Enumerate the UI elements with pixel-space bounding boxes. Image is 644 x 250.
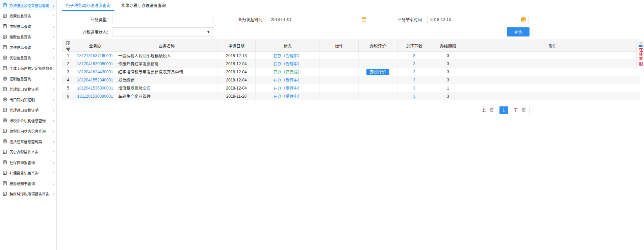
tax-arrears-icon (3, 45, 8, 49)
chevron-right-icon: › (52, 45, 54, 50)
sidebar-item-16[interactable]: 社保费申报查询 › (0, 157, 56, 168)
column-header: 办结期限 (431, 40, 465, 52)
progress-status-label: 办税进度状态： (57, 29, 112, 35)
total-steps-link[interactable]: 3 (397, 60, 431, 68)
sidebar-item-1[interactable]: 办税进度及结果信息查询 › (0, 0, 56, 10)
status-cell: 已办（已完成） (256, 68, 320, 76)
prev-page-button[interactable]: 上一页 (478, 106, 497, 114)
table-row: 51812041536300001增值税发票验交旧2018-12-04在办（受理… (62, 84, 640, 92)
remark-cell (465, 52, 640, 60)
sidebar-item-11[interactable]: 代理进口货物证明 › (0, 105, 56, 115)
sidebar-item-label: 纳税信用状态信息查询 (9, 128, 52, 134)
column-header: 业务名称 (116, 40, 217, 52)
declaration-info-icon (3, 24, 8, 28)
business-id-link[interactable]: 1812041552340001 (74, 76, 116, 84)
deadline-cell: 3 (431, 60, 465, 68)
chevron-right-icon: › (52, 55, 54, 60)
sidebar-item-15[interactable]: 历史办税操作查询 › (0, 147, 56, 157)
tab-2[interactable]: 实体办税厅办理进度查询 (117, 0, 170, 11)
search-button[interactable]: 查询 (507, 27, 530, 36)
chevron-right-icon: › (52, 181, 54, 186)
results-table-wrap: 序号业务ID业务名称申请日期状态操作办税评价总环节数办结期限备注 1181213… (62, 40, 640, 100)
end-time-field (427, 15, 529, 24)
sidebar-item-label: 个体工商户核定定额信息查询 (9, 66, 52, 71)
evaluate-cell (359, 60, 397, 68)
business-name-cell: 作废开具红字发票信息 (116, 60, 217, 68)
chevron-right-icon: › (52, 24, 54, 29)
business-id-link[interactable]: 1812041624430001 (74, 68, 116, 76)
pagination: 上一页 1 下一页 (57, 106, 644, 114)
apply-date-cell: 2018-12-04 (217, 60, 256, 68)
sidebar-item-5[interactable]: 欠税信息查询 › (0, 42, 56, 52)
remark-cell (465, 60, 640, 68)
export-agent-cert-icon (3, 87, 8, 91)
total-steps-link[interactable]: 3 (397, 68, 431, 76)
sidebar-item-17[interactable]: 社保缴费记录查询 › (0, 168, 56, 178)
chevron-right-icon: › (52, 108, 54, 112)
total-steps-link[interactable]: 3 (397, 76, 431, 84)
total-steps-link[interactable]: 3 (397, 52, 431, 60)
deadline-cell: 3 (431, 68, 465, 76)
end-time-input[interactable] (427, 15, 529, 24)
sidebar-item-6[interactable]: 优惠信息查询 › (0, 52, 56, 63)
business-type-input[interactable] (112, 15, 213, 24)
apply-date-cell: 2018-12-04 (217, 76, 256, 84)
deadline-cell: 1 (431, 84, 465, 92)
sidebar-item-label: 代理进口货物证明 (9, 107, 52, 113)
sidebar-item-label: 税务通知书查询 (9, 181, 52, 186)
customer-service-widget[interactable]: 在线客服 (637, 40, 644, 68)
column-header: 申请日期 (217, 40, 256, 52)
deadline-cell: 3 (431, 52, 465, 60)
total-steps-link[interactable]: 3 (397, 84, 431, 92)
sidebar-item-9[interactable]: 代理出口货物证明 › (0, 84, 56, 94)
sidebar-item-14[interactable]: 违法违章信息查询类 › (0, 136, 56, 147)
evaluate-cell (359, 52, 397, 60)
remark-cell (465, 68, 640, 76)
evaluate-cell (359, 92, 397, 100)
individual-quota-icon (3, 66, 8, 70)
remark-cell (465, 84, 640, 92)
tab-1[interactable]: 电子税务局办理进度查询 (62, 0, 114, 11)
chevron-right-icon: › (52, 34, 54, 39)
tax-notice-icon (3, 181, 8, 185)
business-id-link[interactable]: 1811201538080001 (74, 92, 116, 100)
next-page-button[interactable]: 下一页 (510, 106, 530, 114)
sidebar-item-18[interactable]: 税务通知书查询 › (0, 178, 56, 189)
business-id-link[interactable]: 1812041639080001 (74, 60, 116, 68)
business-id-link[interactable]: 1812131537190001 (74, 52, 116, 60)
tax-evaluate-button[interactable]: 办税评价 (366, 69, 389, 75)
table-body: 11812131537190001一般纳税人转回小规模纳税人2018-12-13… (62, 52, 640, 100)
sidebar-item-label: 欠税信息查询 (9, 45, 52, 50)
business-name-cell: 一般纳税人转回小规模纳税人 (116, 52, 217, 60)
start-time-input[interactable] (268, 15, 369, 24)
progress-status-select[interactable]: ▼ (112, 27, 213, 36)
business-name-cell: 增值税发票验交旧 (116, 84, 217, 92)
import-agent-cert-icon (3, 108, 8, 112)
cross-region-report-icon (3, 192, 8, 196)
start-time-field (268, 15, 369, 24)
sidebar-item-19[interactable]: 跨区域涉税事项报告查询 › (0, 189, 56, 199)
sidebar-item-4[interactable]: 缴款信息查询 › (0, 31, 56, 42)
business-id-link[interactable]: 1812041536300001 (74, 84, 116, 92)
status-cell: 在办（受理中） (256, 84, 320, 92)
sidebar-item-13[interactable]: 纳税信用状态信息查询 › (0, 126, 56, 136)
apply-date-cell: 2018-11-20 (217, 92, 256, 100)
business-name-cell: 车辆生产企业管理 (116, 92, 217, 100)
social-security-record-icon (3, 171, 8, 175)
operation-cell (320, 76, 359, 84)
sidebar-item-10[interactable]: 出口转内销证明 › (0, 94, 56, 105)
chevron-right-icon: › (52, 129, 54, 133)
tab-bar: 电子税务局办理进度查询 实体办税厅办理进度查询 (57, 0, 644, 11)
sidebar-item-label: 优惠信息查询 (9, 55, 52, 60)
column-header: 办税评价 (359, 40, 397, 52)
total-steps-link[interactable]: 3 (397, 92, 431, 100)
sidebar-item-2[interactable]: 发票信息查询 › (0, 10, 56, 21)
tax-credit-status-icon (3, 129, 8, 133)
sidebar-item-12[interactable]: 涉税中介机构信息查询 › (0, 115, 56, 126)
sidebar-item-3[interactable]: 申报信息查询 › (0, 21, 56, 31)
sidebar-item-7[interactable]: 个体工商户核定定额信息查询 › (0, 63, 56, 73)
sidebar-item-label: 代理出口货物证明 (9, 86, 52, 92)
sidebar-item-8[interactable]: 证明信息查询 › (0, 73, 56, 84)
current-page-button[interactable]: 1 (499, 106, 508, 114)
operation-cell (320, 60, 359, 68)
